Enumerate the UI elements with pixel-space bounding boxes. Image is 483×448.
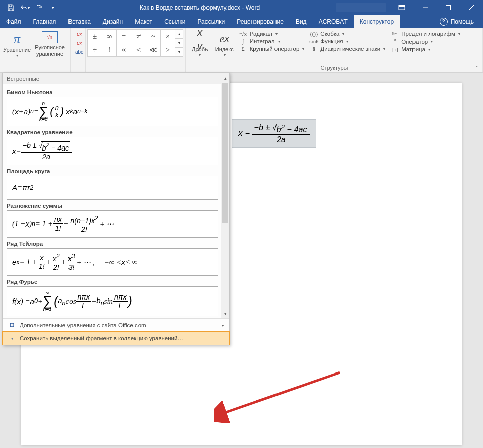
tab-acrobat[interactable]: ACROBAT: [313, 15, 354, 28]
operator-button[interactable]: ≜Оператор▾: [389, 38, 463, 45]
integral-button[interactable]: ∫Интеграл▾: [238, 38, 308, 45]
symbol-times[interactable]: ×: [160, 29, 175, 43]
window-controls: [413, 0, 483, 15]
limit-button[interactable]: limПредел и логарифм▾: [389, 30, 463, 37]
save-pi-icon: π: [8, 334, 16, 342]
tab-references[interactable]: Ссылки: [158, 15, 191, 28]
equation-label: Уравнение: [3, 47, 31, 53]
integral-icon: ∫: [239, 38, 248, 44]
script-button[interactable]: ex Индекс▾: [212, 29, 237, 60]
chevron-right-icon: ▸: [222, 323, 224, 328]
more-equations-office[interactable]: ⊞ Дополнительные уравнения с сайта Offic…: [3, 319, 229, 332]
tab-home[interactable]: Главная: [27, 15, 62, 28]
equation-object[interactable]: x = −b ± b2 − 4ac 2a: [232, 119, 316, 148]
normal-text-icon[interactable]: abc: [74, 48, 85, 56]
redo-icon[interactable]: [32, 2, 45, 14]
symbol-neq[interactable]: ≠: [131, 29, 146, 43]
fraction-icon: xy: [196, 31, 204, 46]
symbol-expand-icon[interactable]: ▾: [175, 47, 183, 57]
tab-file[interactable]: Файл: [0, 15, 27, 28]
group-structures: xy Дробь▾ ex Индекс▾ ⁿ√xРадикал▾ ∫Интегр…: [186, 28, 483, 72]
matrix-button[interactable]: [::]Матрица▾: [389, 46, 463, 53]
ribbon-display-options-icon[interactable]: [390, 0, 413, 15]
symbol-div[interactable]: ÷: [87, 43, 102, 57]
eq-sum-expand[interactable]: (1 + x)n = 1 + nx1! + n(n−1)x22! + ⋯: [7, 210, 218, 238]
close-icon[interactable]: [460, 0, 483, 15]
tab-review[interactable]: Рецензирование: [231, 15, 290, 28]
equation-button[interactable]: π Уравнение ▾: [3, 29, 31, 58]
eq-title-binom: Бином Ньютона: [7, 86, 218, 97]
bracket-button[interactable]: {()}Скобка▾: [308, 30, 388, 37]
titlebar: ▾ ▾ Как в Ворде вставить формулу.docx - …: [0, 0, 483, 15]
pi-icon: π: [14, 31, 20, 47]
save-icon[interactable]: [4, 2, 17, 14]
symbol-ll[interactable]: ≪: [146, 43, 161, 57]
office-icon: ⊞: [8, 321, 16, 329]
minimize-icon[interactable]: [413, 0, 437, 15]
eq-quadratic[interactable]: x = −b ± b2 − 4ac 2a: [7, 137, 218, 165]
tab-design[interactable]: Дизайн: [97, 15, 129, 28]
window-title: Как в Ворде вставить формулу.docx - Word: [63, 4, 336, 11]
qat-customize-icon[interactable]: ▾: [46, 2, 59, 14]
eq-fourier[interactable]: f(x) = a0 + ∞∑n=1 (an cosnπxL + bn sinnπ…: [7, 286, 218, 316]
symbol-fact[interactable]: !: [102, 43, 117, 57]
ink-label: Рукописное уравнение: [35, 44, 65, 57]
ribbon: π Уравнение ▾ √x Рукописное уравнение ex…: [0, 28, 483, 73]
group-tools: π Уравнение ▾ √x Рукописное уравнение: [0, 28, 71, 72]
eq-title-sum-expand: Разложение суммы: [7, 200, 218, 210]
sigma-icon: Σ: [239, 46, 248, 52]
fraction-button[interactable]: xy Дробь▾: [189, 29, 211, 60]
account-placeholder[interactable]: [336, 3, 386, 12]
tell-me-icon[interactable]: ?: [440, 18, 448, 26]
scroll-down-icon[interactable]: ▾: [221, 310, 229, 318]
accent-icon: ä: [309, 46, 318, 52]
symbol-scroll-up-icon[interactable]: ▴: [175, 29, 183, 39]
eq-title-fourier: Ряд Фурье: [7, 276, 218, 286]
group-symbols: ± ∞ = ≠ ~ × ÷ ! ∝ < ≪ > ▴ ▾: [86, 28, 186, 72]
undo-icon[interactable]: ▾: [18, 2, 31, 14]
collapse-ribbon-icon[interactable]: ⌃: [475, 65, 479, 70]
svg-rect-1: [399, 5, 405, 7]
maximize-icon[interactable]: [437, 0, 460, 15]
function-icon: sinθ: [309, 38, 318, 44]
bracket-icon: {()}: [309, 31, 318, 37]
svg-rect-3: [446, 6, 451, 10]
gallery-scrollbar[interactable]: ▴ ▾: [221, 73, 229, 318]
help-label[interactable]: Помощь: [451, 18, 474, 25]
symbol-gt[interactable]: >: [160, 43, 175, 57]
linear-icon[interactable]: ex: [74, 39, 85, 47]
scroll-up-icon[interactable]: ▴: [221, 73, 229, 82]
eq-title-taylor: Ряд Тейлора: [7, 238, 218, 248]
eq-circle-area[interactable]: A = πr2: [7, 176, 218, 200]
ribbon-tabs: Файл Главная Вставка Дизайн Макет Ссылки…: [0, 15, 483, 28]
gallery-header: Встроенные: [3, 73, 229, 84]
ink-icon: √x: [42, 31, 58, 43]
scroll-thumb[interactable]: [222, 83, 228, 223]
symbol-gallery-spinner: ▴ ▾ ▾: [175, 30, 183, 57]
tab-insert[interactable]: Вставка: [62, 15, 97, 28]
ink-equation-button[interactable]: √x Рукописное уравнение: [33, 29, 67, 57]
symbol-eq[interactable]: =: [116, 29, 131, 43]
tab-view[interactable]: Вид: [290, 15, 313, 28]
eq-title-quadratic: Квадратное уравнение: [7, 126, 218, 137]
accent-button[interactable]: äДиакритические знаки▾: [308, 45, 388, 52]
symbol-lt[interactable]: <: [131, 43, 146, 57]
save-selection-to-gallery[interactable]: π Сохранить выделенный фрагмент в коллек…: [2, 331, 230, 345]
group-conversions: ex ex abc: [71, 28, 86, 72]
eq-title-circle: Площадь круга: [7, 165, 218, 176]
tab-layout[interactable]: Макет: [129, 15, 158, 28]
symbol-tilde[interactable]: ~: [146, 29, 161, 43]
professional-icon[interactable]: ex: [74, 30, 85, 38]
eq-binom[interactable]: (x + a)n = n∑k=0 (nk) xkan−k: [7, 97, 218, 126]
script-icon: ex: [220, 31, 229, 46]
eq-taylor[interactable]: ex = 1 + x1! + x22! + x33! + ⋯ , −∞ < x …: [7, 248, 218, 276]
symbol-inf[interactable]: ∞: [102, 29, 117, 43]
radical-button[interactable]: ⁿ√xРадикал▾: [238, 30, 308, 37]
function-button[interactable]: sinθФункция▾: [308, 38, 388, 45]
symbol-pm[interactable]: ±: [87, 29, 102, 43]
large-operator-button[interactable]: ΣКрупный оператор▾: [238, 45, 308, 52]
operator-icon: ≜: [390, 38, 399, 45]
symbol-scroll-down-icon[interactable]: ▾: [175, 38, 183, 48]
tab-design-equation[interactable]: Конструктор: [354, 15, 400, 28]
symbol-propto[interactable]: ∝: [116, 43, 131, 57]
